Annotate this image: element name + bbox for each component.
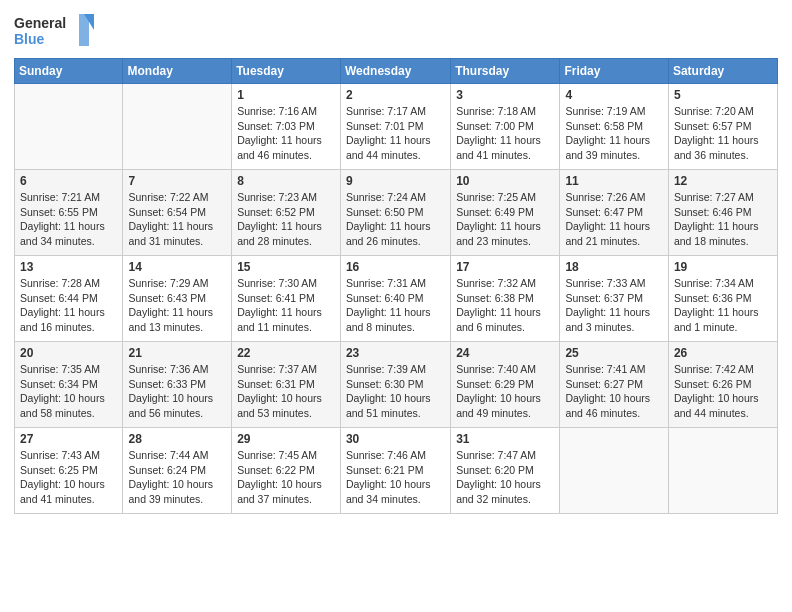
weekday-header-saturday: Saturday — [668, 59, 777, 84]
day-cell: 20Sunrise: 7:35 AM Sunset: 6:34 PM Dayli… — [15, 342, 123, 428]
svg-text:General: General — [14, 15, 66, 31]
day-cell: 26Sunrise: 7:42 AM Sunset: 6:26 PM Dayli… — [668, 342, 777, 428]
day-number: 5 — [674, 88, 772, 102]
day-info: Sunrise: 7:32 AM Sunset: 6:38 PM Dayligh… — [456, 276, 554, 335]
day-cell: 27Sunrise: 7:43 AM Sunset: 6:25 PM Dayli… — [15, 428, 123, 514]
calendar-header: SundayMondayTuesdayWednesdayThursdayFrid… — [15, 59, 778, 84]
weekday-header-sunday: Sunday — [15, 59, 123, 84]
day-info: Sunrise: 7:17 AM Sunset: 7:01 PM Dayligh… — [346, 104, 445, 163]
day-info: Sunrise: 7:28 AM Sunset: 6:44 PM Dayligh… — [20, 276, 117, 335]
day-cell: 25Sunrise: 7:41 AM Sunset: 6:27 PM Dayli… — [560, 342, 668, 428]
week-row-3: 13Sunrise: 7:28 AM Sunset: 6:44 PM Dayli… — [15, 256, 778, 342]
day-cell: 22Sunrise: 7:37 AM Sunset: 6:31 PM Dayli… — [232, 342, 341, 428]
day-cell: 9Sunrise: 7:24 AM Sunset: 6:50 PM Daylig… — [340, 170, 450, 256]
day-info: Sunrise: 7:40 AM Sunset: 6:29 PM Dayligh… — [456, 362, 554, 421]
day-number: 8 — [237, 174, 335, 188]
day-info: Sunrise: 7:27 AM Sunset: 6:46 PM Dayligh… — [674, 190, 772, 249]
weekday-header-thursday: Thursday — [451, 59, 560, 84]
day-number: 2 — [346, 88, 445, 102]
day-info: Sunrise: 7:36 AM Sunset: 6:33 PM Dayligh… — [128, 362, 226, 421]
day-number: 9 — [346, 174, 445, 188]
day-cell: 30Sunrise: 7:46 AM Sunset: 6:21 PM Dayli… — [340, 428, 450, 514]
day-cell — [560, 428, 668, 514]
day-cell: 29Sunrise: 7:45 AM Sunset: 6:22 PM Dayli… — [232, 428, 341, 514]
weekday-header-wednesday: Wednesday — [340, 59, 450, 84]
day-number: 25 — [565, 346, 662, 360]
week-row-5: 27Sunrise: 7:43 AM Sunset: 6:25 PM Dayli… — [15, 428, 778, 514]
day-cell: 15Sunrise: 7:30 AM Sunset: 6:41 PM Dayli… — [232, 256, 341, 342]
day-cell: 23Sunrise: 7:39 AM Sunset: 6:30 PM Dayli… — [340, 342, 450, 428]
day-info: Sunrise: 7:22 AM Sunset: 6:54 PM Dayligh… — [128, 190, 226, 249]
day-info: Sunrise: 7:41 AM Sunset: 6:27 PM Dayligh… — [565, 362, 662, 421]
day-number: 15 — [237, 260, 335, 274]
weekday-header-tuesday: Tuesday — [232, 59, 341, 84]
calendar-body: 1Sunrise: 7:16 AM Sunset: 7:03 PM Daylig… — [15, 84, 778, 514]
weekday-header-monday: Monday — [123, 59, 232, 84]
day-number: 14 — [128, 260, 226, 274]
day-number: 20 — [20, 346, 117, 360]
day-number: 31 — [456, 432, 554, 446]
day-number: 28 — [128, 432, 226, 446]
day-number: 21 — [128, 346, 226, 360]
logo-icon: General Blue — [14, 10, 94, 50]
day-info: Sunrise: 7:42 AM Sunset: 6:26 PM Dayligh… — [674, 362, 772, 421]
day-cell: 10Sunrise: 7:25 AM Sunset: 6:49 PM Dayli… — [451, 170, 560, 256]
svg-text:Blue: Blue — [14, 31, 45, 47]
day-info: Sunrise: 7:23 AM Sunset: 6:52 PM Dayligh… — [237, 190, 335, 249]
day-info: Sunrise: 7:25 AM Sunset: 6:49 PM Dayligh… — [456, 190, 554, 249]
day-cell: 1Sunrise: 7:16 AM Sunset: 7:03 PM Daylig… — [232, 84, 341, 170]
day-cell: 11Sunrise: 7:26 AM Sunset: 6:47 PM Dayli… — [560, 170, 668, 256]
day-cell: 5Sunrise: 7:20 AM Sunset: 6:57 PM Daylig… — [668, 84, 777, 170]
day-number: 22 — [237, 346, 335, 360]
day-number: 1 — [237, 88, 335, 102]
week-row-2: 6Sunrise: 7:21 AM Sunset: 6:55 PM Daylig… — [15, 170, 778, 256]
day-info: Sunrise: 7:33 AM Sunset: 6:37 PM Dayligh… — [565, 276, 662, 335]
day-info: Sunrise: 7:20 AM Sunset: 6:57 PM Dayligh… — [674, 104, 772, 163]
day-cell: 2Sunrise: 7:17 AM Sunset: 7:01 PM Daylig… — [340, 84, 450, 170]
day-number: 12 — [674, 174, 772, 188]
logo: General Blue — [14, 10, 94, 50]
day-info: Sunrise: 7:47 AM Sunset: 6:20 PM Dayligh… — [456, 448, 554, 507]
day-cell: 14Sunrise: 7:29 AM Sunset: 6:43 PM Dayli… — [123, 256, 232, 342]
day-info: Sunrise: 7:34 AM Sunset: 6:36 PM Dayligh… — [674, 276, 772, 335]
day-cell: 12Sunrise: 7:27 AM Sunset: 6:46 PM Dayli… — [668, 170, 777, 256]
header: General Blue — [14, 10, 778, 50]
day-number: 3 — [456, 88, 554, 102]
weekday-header-friday: Friday — [560, 59, 668, 84]
day-info: Sunrise: 7:44 AM Sunset: 6:24 PM Dayligh… — [128, 448, 226, 507]
day-cell: 3Sunrise: 7:18 AM Sunset: 7:00 PM Daylig… — [451, 84, 560, 170]
day-cell: 13Sunrise: 7:28 AM Sunset: 6:44 PM Dayli… — [15, 256, 123, 342]
week-row-1: 1Sunrise: 7:16 AM Sunset: 7:03 PM Daylig… — [15, 84, 778, 170]
day-number: 11 — [565, 174, 662, 188]
day-cell: 8Sunrise: 7:23 AM Sunset: 6:52 PM Daylig… — [232, 170, 341, 256]
day-number: 7 — [128, 174, 226, 188]
day-cell: 28Sunrise: 7:44 AM Sunset: 6:24 PM Dayli… — [123, 428, 232, 514]
day-info: Sunrise: 7:31 AM Sunset: 6:40 PM Dayligh… — [346, 276, 445, 335]
day-info: Sunrise: 7:26 AM Sunset: 6:47 PM Dayligh… — [565, 190, 662, 249]
day-info: Sunrise: 7:43 AM Sunset: 6:25 PM Dayligh… — [20, 448, 117, 507]
week-row-4: 20Sunrise: 7:35 AM Sunset: 6:34 PM Dayli… — [15, 342, 778, 428]
day-info: Sunrise: 7:29 AM Sunset: 6:43 PM Dayligh… — [128, 276, 226, 335]
day-cell — [123, 84, 232, 170]
day-cell: 21Sunrise: 7:36 AM Sunset: 6:33 PM Dayli… — [123, 342, 232, 428]
day-number: 16 — [346, 260, 445, 274]
day-number: 6 — [20, 174, 117, 188]
day-cell: 4Sunrise: 7:19 AM Sunset: 6:58 PM Daylig… — [560, 84, 668, 170]
day-cell: 7Sunrise: 7:22 AM Sunset: 6:54 PM Daylig… — [123, 170, 232, 256]
day-cell: 24Sunrise: 7:40 AM Sunset: 6:29 PM Dayli… — [451, 342, 560, 428]
day-cell: 31Sunrise: 7:47 AM Sunset: 6:20 PM Dayli… — [451, 428, 560, 514]
day-number: 30 — [346, 432, 445, 446]
page: General Blue SundayMondayTuesdayWednesda… — [0, 0, 792, 612]
day-cell — [15, 84, 123, 170]
calendar-table: SundayMondayTuesdayWednesdayThursdayFrid… — [14, 58, 778, 514]
day-cell: 18Sunrise: 7:33 AM Sunset: 6:37 PM Dayli… — [560, 256, 668, 342]
day-number: 27 — [20, 432, 117, 446]
day-number: 24 — [456, 346, 554, 360]
day-number: 18 — [565, 260, 662, 274]
day-info: Sunrise: 7:24 AM Sunset: 6:50 PM Dayligh… — [346, 190, 445, 249]
weekday-row: SundayMondayTuesdayWednesdayThursdayFrid… — [15, 59, 778, 84]
day-number: 10 — [456, 174, 554, 188]
day-info: Sunrise: 7:30 AM Sunset: 6:41 PM Dayligh… — [237, 276, 335, 335]
day-number: 23 — [346, 346, 445, 360]
day-number: 29 — [237, 432, 335, 446]
